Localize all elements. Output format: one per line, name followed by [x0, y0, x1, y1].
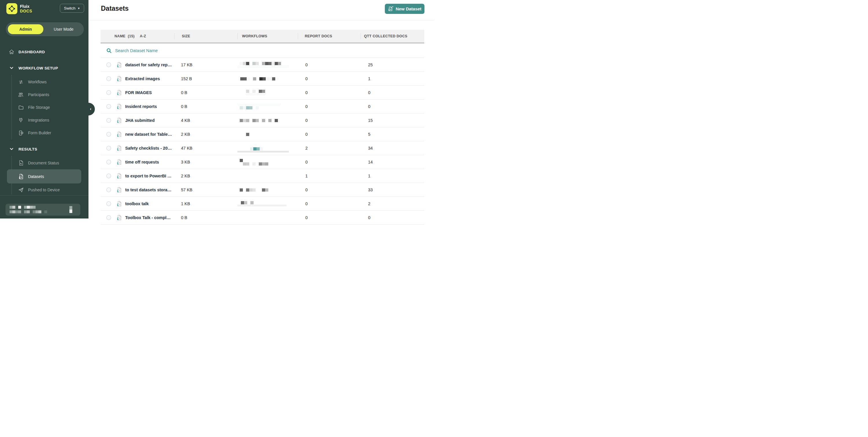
- row-radio[interactable]: [106, 77, 111, 81]
- dataset-icon: [117, 90, 121, 95]
- sidebar-item-dashboard[interactable]: DASHBOARD: [0, 48, 89, 56]
- sidebar-section-label: WORKFLOW SETUP: [19, 66, 58, 70]
- row-radio[interactable]: [106, 146, 111, 150]
- dataset-name[interactable]: toolbox talk: [125, 201, 151, 206]
- dataset-name[interactable]: Toolbox Talk - completed: [125, 215, 174, 219]
- search-input[interactable]: [115, 48, 231, 53]
- mode-toggle[interactable]: Admin User Mode: [6, 22, 84, 36]
- dataset-size: 2 KB: [174, 174, 237, 178]
- table-row[interactable]: Safety checklists - 2025 47 KB 2 34: [101, 141, 424, 155]
- row-radio[interactable]: [106, 215, 111, 219]
- table-row[interactable]: Insident reports 0 B 0 0: [101, 99, 424, 113]
- sidebar-collapse-button[interactable]: ‹: [82, 103, 95, 115]
- table-row[interactable]: dataset for safety repo... 17 KB 0 25: [101, 58, 424, 72]
- row-radio[interactable]: [106, 160, 111, 165]
- dataset-name[interactable]: to test datasets storage: [125, 187, 174, 192]
- workflow-redaction: [237, 89, 298, 95]
- table-row[interactable]: Extracted images 152 B 0 1: [101, 72, 424, 86]
- row-radio[interactable]: [106, 174, 111, 178]
- sidebar-item-file-storage[interactable]: File Storage: [0, 101, 89, 114]
- column-header-qtt-collected-docs[interactable]: QTT COLLECTED DOCS: [361, 30, 424, 42]
- table-row[interactable]: time off requests 3 KB 0 14: [101, 155, 424, 169]
- new-dataset-button[interactable]: New Dataset: [385, 4, 425, 14]
- plug-icon: [18, 117, 24, 123]
- table-row[interactable]: to export to PowerBI d... 2 KB 1 1: [101, 169, 424, 183]
- column-header-name[interactable]: NAME(15) A-Z: [101, 30, 174, 42]
- admin-mode-button[interactable]: Admin: [8, 24, 43, 34]
- workflow-redaction: [237, 77, 298, 81]
- table-row[interactable]: JHA submitted 4 KB 0 15: [101, 113, 424, 127]
- dataset-name[interactable]: FOR IMAGES: [125, 90, 154, 95]
- sidebar-item-label: Workflows: [28, 80, 46, 84]
- dataset-size: 0 B: [174, 215, 237, 219]
- fluix-logo-icon: [6, 3, 17, 14]
- row-radio[interactable]: [106, 62, 111, 67]
- dataset-name[interactable]: to export to PowerBI d...: [125, 174, 174, 178]
- sidebar-item-workflows[interactable]: Workflows: [0, 76, 89, 88]
- row-radio[interactable]: [106, 90, 111, 95]
- workflows-cell: [237, 201, 298, 206]
- row-radio[interactable]: [106, 104, 111, 109]
- sidebar-section-label: DASHBOARD: [19, 50, 45, 54]
- sidebar: Fluix DOCS Switch ▼ Admin User Mode DASH…: [0, 0, 89, 218]
- sidebar-section-results[interactable]: RESULTS: [0, 145, 89, 153]
- workflow-redaction: [237, 133, 298, 136]
- sidebar-item-document-status[interactable]: Document Status: [0, 156, 89, 169]
- dataset-size: 0 B: [174, 90, 237, 95]
- user-mode-button[interactable]: User Mode: [43, 27, 84, 32]
- table-row[interactable]: Toolbox Talk - completed 0 B 0 0: [101, 211, 424, 218]
- table-row[interactable]: toolbox talk 1 KB 0 2: [101, 197, 424, 211]
- form-builder-icon: [18, 130, 24, 136]
- row-radio[interactable]: [106, 201, 111, 206]
- dataset-name[interactable]: new dataset for Tableau: [125, 132, 174, 137]
- user-card[interactable]: [5, 204, 81, 215]
- qtt-collected-docs-count: 0: [361, 104, 424, 109]
- sidebar-item-pushed-to-device[interactable]: Pushed to Device: [0, 183, 89, 196]
- dataset-size: 3 KB: [174, 160, 237, 165]
- table-row[interactable]: FOR IMAGES 0 B 0 0: [101, 86, 424, 99]
- column-header-workflows[interactable]: WORKFLOWS: [237, 30, 298, 42]
- qtt-collected-docs-count: 33: [361, 187, 424, 192]
- sidebar-item-integrations[interactable]: Integrations: [0, 114, 89, 126]
- user-menu-redacted: [69, 206, 72, 213]
- dataset-icon: [117, 215, 121, 219]
- sidebar-item-datasets[interactable]: Datasets: [7, 169, 81, 183]
- row-radio[interactable]: [106, 187, 111, 192]
- table-row[interactable]: new dataset for Tableau 2 KB 0 5: [101, 127, 424, 141]
- sidebar-item-label: Participants: [28, 92, 49, 97]
- column-header-report-docs[interactable]: REPORT DOCS: [298, 30, 361, 42]
- table-row[interactable]: to test datasets storage 57 KB 0 33: [101, 183, 424, 197]
- dataset-name[interactable]: JHA submitted: [125, 118, 157, 123]
- paper-plane-icon: [18, 187, 24, 193]
- dataset-size: 0 B: [174, 104, 237, 109]
- column-header-size[interactable]: SIZE: [174, 30, 237, 42]
- dataset-icon: [117, 187, 121, 193]
- dataset-name[interactable]: Extracted images: [125, 77, 162, 81]
- new-dataset-icon: [388, 6, 393, 11]
- datasets-table: NAME(15) A-Z SIZE WORKFLOWS REPORT DOCS …: [101, 30, 424, 218]
- report-docs-count: 0: [298, 118, 361, 123]
- dataset-icon: [18, 174, 24, 179]
- workflows-cell: [237, 62, 298, 68]
- switch-button[interactable]: Switch ▼: [60, 4, 84, 13]
- sidebar-item-label: Document Status: [28, 161, 59, 165]
- report-docs-count: 0: [298, 160, 361, 165]
- workflows-cell: [237, 144, 298, 152]
- dataset-name[interactable]: Safety checklists - 2025: [125, 146, 174, 150]
- qtt-collected-docs-count: 0: [361, 215, 424, 219]
- dataset-name[interactable]: time off requests: [125, 160, 161, 165]
- sidebar-item-label: Pushed to Device: [28, 187, 60, 192]
- sort-toggle[interactable]: A-Z: [140, 34, 146, 38]
- report-docs-count: 0: [298, 215, 361, 219]
- row-radio[interactable]: [106, 132, 111, 137]
- dataset-name[interactable]: Insident reports: [125, 104, 159, 109]
- sidebar-section-workflow-setup[interactable]: WORKFLOW SETUP: [0, 64, 89, 72]
- report-docs-count: 0: [298, 77, 361, 81]
- dataset-size: 1 KB: [174, 201, 237, 206]
- dataset-name[interactable]: dataset for safety repo...: [125, 62, 174, 67]
- switch-label: Switch: [64, 6, 75, 10]
- sidebar-item-participants[interactable]: Participants: [0, 88, 89, 101]
- workflow-redaction: [237, 188, 298, 192]
- row-radio[interactable]: [106, 118, 111, 123]
- sidebar-item-form-builder[interactable]: Form Builder: [0, 126, 89, 139]
